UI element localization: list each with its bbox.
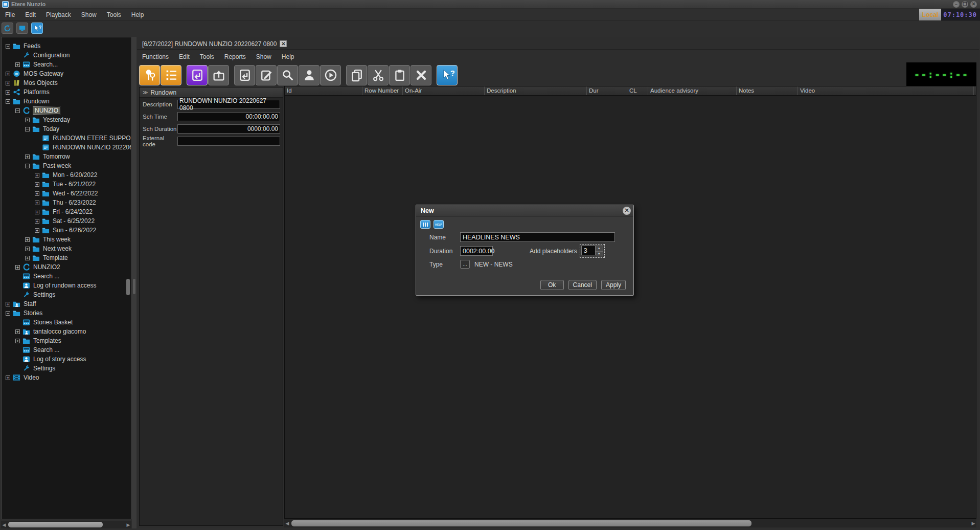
copy-button[interactable] [346,65,367,85]
tree-item-sat-6-25-2022[interactable]: +Sat - 6/25/2022 [2,216,131,226]
tree-item-this-week[interactable]: +This week [2,235,131,244]
expand-icon[interactable]: + [35,191,39,196]
tree-item-video[interactable]: +Video [2,373,131,382]
name-field[interactable]: HEADLINES NEWS [460,232,615,242]
scroll-right-arrow[interactable]: ▶ [125,522,131,527]
ok-button[interactable]: Ok [540,280,564,290]
sch-duration-field[interactable]: 0000:00.00 [177,124,280,134]
apply-button[interactable]: Apply [601,280,626,290]
tree-item-mos-gateway[interactable]: +mMOS Gateway [2,69,131,78]
rundown-tab[interactable]: [6/27/2022] RUNDOWN NUNZIO 20220627 0800 [137,40,277,48]
doc-menu-edit[interactable]: Edit [174,51,195,63]
new-dialog-titlebar[interactable]: New ✕ [416,205,633,217]
tree-item-search[interactable]: Search ... [2,272,131,281]
expand-icon[interactable]: + [35,201,39,205]
panel-splitter-handle[interactable] [133,279,135,294]
expand-icon[interactable]: + [35,210,39,214]
person-button[interactable] [299,65,320,85]
play-button[interactable] [320,65,341,85]
expand-icon[interactable]: + [35,173,39,178]
numeric-keypad-icon[interactable] [420,220,430,229]
collapse-chevron-icon[interactable]: ≫ [143,90,147,95]
tree-item-rundown[interactable]: −Rundown [2,97,131,106]
expand-icon[interactable]: + [35,228,39,233]
tree-item-wed-6-22-2022[interactable]: +Wed - 6/22/2022 [2,189,131,198]
expand-icon[interactable]: + [6,81,10,85]
help-button[interactable]: ? [437,65,458,85]
tree-item-mos-objects[interactable]: +Mos Objects [2,78,131,87]
expand-icon[interactable]: + [15,329,20,334]
tree-item-search[interactable]: +Search... [2,60,131,69]
add-placeholders-field[interactable]: 3 [581,246,596,255]
column-header-on-air[interactable]: On-Air [403,86,485,95]
collapse-icon[interactable]: − [6,99,10,104]
tree-item-mon-6-20-2022[interactable]: +Mon - 6/20/2022 [2,170,131,180]
rundown-properties-header[interactable]: ≫ Rundown [140,87,283,98]
collapse-icon[interactable]: − [6,44,10,49]
delete-button[interactable] [411,65,431,85]
tree-horizontal-scrollbar-thumb[interactable] [8,522,103,527]
column-header-cl[interactable]: CL [627,86,648,95]
doc-menu-reports[interactable]: Reports [219,51,251,63]
expand-icon[interactable]: + [6,72,10,76]
help-button[interactable]: ? [31,23,43,34]
duration-field[interactable]: 0002:00.00 [460,246,493,256]
column-header-id[interactable]: Id [285,86,362,95]
dialog-close-icon[interactable]: ✕ [623,207,631,215]
tab-close-icon[interactable]: ✕ [280,40,287,47]
refresh-button[interactable] [2,23,13,34]
tree-item-nunzio[interactable]: −NUNZIO [2,106,131,115]
restore-button[interactable]: ❐ [962,1,968,8]
scroll-right-arrow[interactable]: ▶ [970,521,976,526]
tree-item-platforms[interactable]: +Platforms [2,87,131,97]
expand-icon[interactable]: + [25,154,30,159]
tree-item-search[interactable]: Search ... [2,345,131,355]
menu-tools[interactable]: Tools [102,9,126,20]
column-header-row-number[interactable]: Row Number [362,86,403,95]
doc-transfer-button[interactable] [234,65,255,85]
tree-item-tantalocco-giacomo[interactable]: +tantalocco giacomo [2,327,131,336]
tree-item-tomorrow[interactable]: +Tomorrow [2,152,131,161]
expand-icon[interactable]: + [6,90,10,95]
expand-icon[interactable]: + [6,376,10,380]
tree-vertical-scrollbar[interactable] [126,37,130,519]
sch-time-field[interactable]: 00:00:00.00 [177,112,280,121]
expand-icon[interactable]: + [25,256,30,260]
tree-item-sun-6-26-2022[interactable]: +Sun - 6/26/2022 [2,226,131,235]
tree-item-log-of-story-access[interactable]: Log of story access [2,355,131,364]
tree-item-staff[interactable]: +Staff [2,299,131,308]
menu-help[interactable]: Help [126,9,149,20]
menu-show[interactable]: Show [76,9,102,20]
tree-item-stories[interactable]: −Stories [2,308,131,318]
expand-icon[interactable]: + [35,219,39,224]
scroll-left-arrow[interactable]: ◀ [284,521,290,526]
tree-item-configuration[interactable]: Configuration [2,51,131,60]
tree-item-templates[interactable]: +Templates [2,336,131,345]
pin-note-button[interactable] [139,65,160,85]
expand-icon[interactable]: + [25,237,30,242]
type-browse-button[interactable]: ... [460,260,470,269]
collapse-icon[interactable]: − [6,311,10,316]
grid-horizontal-scrollbar-thumb[interactable] [291,520,751,526]
tree-item-fri-6-24-2022[interactable]: +Fri - 6/24/2022 [2,207,131,216]
doc-menu-functions[interactable]: Functions [137,51,174,63]
column-header-audience-advisory[interactable]: Audience advisory [648,86,737,95]
tree-item-next-week[interactable]: +Next week [2,244,131,253]
tree-item-past-week[interactable]: −Past week [2,161,131,170]
doc-menu-tools[interactable]: Tools [195,51,219,63]
scroll-left-arrow[interactable]: ◀ [1,522,7,527]
tree-item-template[interactable]: +Template [2,253,131,262]
menu-playback[interactable]: Playback [41,9,76,20]
add-placeholders-stepper[interactable]: 3 ▲ ▼ [581,246,603,256]
tree-item-today[interactable]: −Today [2,124,131,134]
expand-icon[interactable]: + [25,247,30,251]
spin-down-icon[interactable]: ▼ [596,251,603,256]
tree-item-stories-basket[interactable]: Stories Basket [2,318,131,327]
tree-item-settings[interactable]: Settings [2,290,131,299]
list-button[interactable] [161,65,181,85]
archive-button[interactable] [208,65,229,85]
description-field[interactable]: RUNDOWN NUNZIO 20220627 0800 [177,100,280,109]
tree-item-rundown-etere-support[interactable]: RUNDOWN ETERE SUPPORT [2,134,131,143]
external-code-field[interactable] [177,137,280,146]
expand-icon[interactable]: + [15,339,20,343]
